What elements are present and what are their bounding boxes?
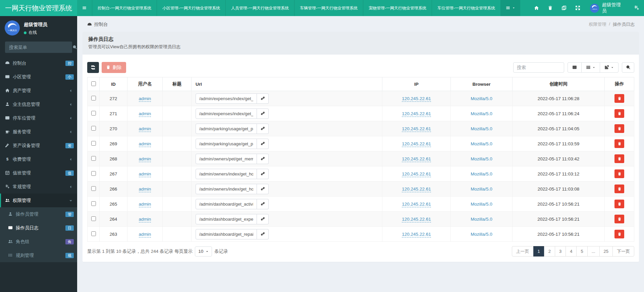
url-input[interactable] — [196, 124, 257, 134]
delete-row-button[interactable] — [614, 94, 624, 103]
nav-tab-3[interactable]: 人员管理-一网天行物业管理系统 — [225, 0, 294, 16]
row-checkbox[interactable] — [91, 216, 96, 221]
url-input[interactable] — [196, 214, 257, 224]
page-button-25[interactable]: 25 — [599, 246, 613, 257]
sidebar-item-service[interactable]: 服务管理 — [0, 125, 77, 139]
column-header-username[interactable]: 用户名 — [127, 77, 163, 91]
sidebar-item-duty[interactable]: 值班管理 值 — [0, 166, 77, 180]
breadcrumb[interactable]: 控制台 — [87, 21, 108, 27]
url-input[interactable] — [196, 199, 257, 209]
home-button[interactable] — [530, 0, 543, 16]
url-input[interactable] — [196, 93, 257, 104]
sidebar-item-owner-info[interactable]: 业主信息管理 — [0, 97, 77, 111]
column-header-actions[interactable]: 操作 — [605, 77, 634, 91]
ip-link[interactable]: 120.245.22.61 — [402, 217, 431, 222]
column-header-browser[interactable]: Browser — [451, 77, 513, 91]
username-link[interactable]: admin — [139, 187, 151, 192]
delete-row-button[interactable] — [614, 215, 624, 223]
browser-link[interactable]: Mozilla/5.0 — [471, 156, 492, 161]
url-input[interactable] — [196, 229, 257, 239]
ip-link[interactable]: 120.245.22.61 — [402, 141, 431, 147]
brand[interactable]: 一网天行物业管理系统 — [0, 0, 77, 16]
trash-button[interactable] — [543, 0, 557, 16]
browser-link[interactable]: Mozilla/5.0 — [471, 111, 492, 116]
url-input[interactable] — [196, 154, 257, 164]
ip-link[interactable]: 120.245.22.61 — [402, 96, 431, 102]
row-checkbox[interactable] — [91, 231, 96, 236]
url-link-button[interactable] — [257, 214, 269, 224]
username-link[interactable]: admin — [139, 126, 151, 132]
search-button[interactable] — [622, 62, 634, 73]
page-button-5[interactable]: 5 — [576, 246, 587, 257]
sidebar-item-role-group[interactable]: 角色组 角 — [0, 235, 77, 248]
sidebar-toggle-button[interactable] — [77, 0, 92, 16]
browser-link[interactable]: Mozilla/5.0 — [471, 202, 492, 207]
username-link[interactable]: admin — [139, 111, 151, 117]
user-menu[interactable]: 一网天行 超级管理员 — [585, 2, 630, 14]
export-view-button[interactable] — [600, 62, 619, 73]
browser-link[interactable]: Mozilla/5.0 — [471, 171, 492, 176]
sidebar-item-general[interactable]: 常规管理 — [0, 180, 77, 194]
menu-search-button[interactable] — [72, 42, 77, 53]
username-link[interactable]: admin — [139, 232, 151, 237]
ip-link[interactable]: 120.245.22.61 — [402, 187, 431, 192]
delete-row-button[interactable] — [614, 109, 624, 118]
url-link-button[interactable] — [257, 169, 269, 179]
delete-row-button[interactable] — [614, 154, 624, 163]
page-button-3[interactable]: 3 — [555, 246, 566, 257]
nav-tab-6[interactable]: 车位管理-一网天行物业管理系统 — [432, 0, 501, 16]
username-link[interactable]: admin — [139, 96, 151, 102]
url-input[interactable] — [196, 108, 257, 119]
url-link-button[interactable] — [257, 93, 269, 104]
ip-link[interactable]: 120.245.22.61 — [402, 156, 431, 162]
th-view-button[interactable] — [581, 62, 600, 73]
browser-link[interactable]: Mozilla/5.0 — [471, 126, 492, 131]
url-link-button[interactable] — [257, 184, 269, 194]
delete-row-button[interactable] — [614, 139, 624, 148]
delete-row-button[interactable] — [614, 185, 624, 193]
browser-link[interactable]: Mozilla/5.0 — [471, 141, 492, 146]
nav-tab-2[interactable]: 小区管理-一网天行物业管理系统 — [157, 0, 225, 16]
nav-tab-4[interactable]: 车辆管理-一网天行物业管理系统 — [294, 0, 363, 16]
username-link[interactable]: admin — [139, 202, 151, 207]
delete-row-button[interactable] — [614, 200, 624, 208]
sidebar-item-property[interactable]: 房产管理 — [0, 84, 77, 97]
url-link-button[interactable] — [257, 108, 269, 119]
sidebar-item-rule[interactable]: 规则管理 规 — [0, 248, 77, 262]
list-alt-view-button[interactable] — [568, 62, 582, 73]
nav-tab-1[interactable]: 控制台-一网天行物业管理系统 — [92, 0, 157, 16]
row-checkbox[interactable] — [91, 111, 96, 116]
url-input[interactable] — [196, 184, 257, 194]
row-checkbox[interactable] — [91, 126, 96, 131]
table-search-input[interactable] — [513, 62, 564, 73]
url-link-button[interactable] — [257, 199, 269, 209]
ip-link[interactable]: 120.245.22.61 — [402, 232, 431, 237]
column-header-url[interactable]: Url — [192, 77, 382, 91]
sidebar-item-asset[interactable]: 资产设备管理 资 — [0, 139, 77, 152]
next-page-button[interactable]: 下一页 — [612, 246, 634, 257]
browser-link[interactable]: Mozilla/5.0 — [471, 187, 492, 192]
expand-button[interactable] — [571, 0, 585, 16]
copy-button[interactable] — [557, 0, 571, 16]
delete-row-button[interactable] — [614, 230, 624, 238]
row-checkbox[interactable] — [91, 201, 96, 206]
url-link-button[interactable] — [257, 154, 269, 164]
ip-link[interactable]: 120.245.22.61 — [402, 202, 431, 207]
url-input[interactable] — [196, 169, 257, 179]
column-header-created-time[interactable]: 创建时间 — [513, 77, 605, 91]
ip-link[interactable]: 120.245.22.61 — [402, 171, 431, 177]
prev-page-button[interactable]: 上一页 — [512, 246, 534, 257]
browser-link[interactable]: Mozilla/5.0 — [471, 232, 492, 237]
delete-row-button[interactable] — [614, 169, 624, 178]
row-checkbox[interactable] — [91, 156, 96, 161]
sidebar-item-operator-log[interactable]: 操作员日志 日 — [0, 221, 77, 235]
sidebar-item-operator[interactable]: 操作员管理 管 — [0, 207, 77, 221]
refresh-button[interactable] — [87, 62, 99, 73]
row-checkbox[interactable] — [91, 141, 96, 146]
user-status[interactable]: 在线 — [24, 30, 47, 35]
settings-button[interactable] — [629, 0, 644, 16]
url-input[interactable] — [196, 139, 257, 149]
select-all-checkbox[interactable] — [91, 81, 96, 86]
username-link[interactable]: admin — [139, 156, 151, 162]
column-header-id[interactable]: ID — [100, 77, 127, 91]
